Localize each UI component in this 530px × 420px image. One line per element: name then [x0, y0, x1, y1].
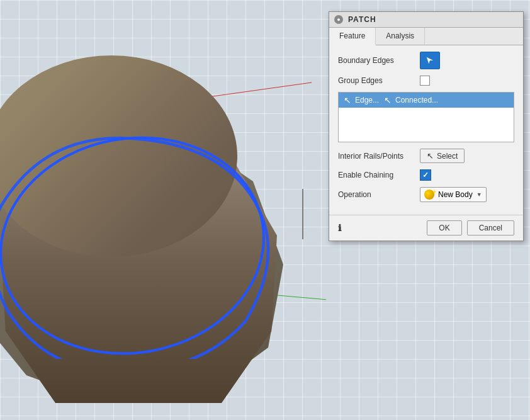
- tab-feature[interactable]: Feature: [329, 28, 376, 45]
- connected-cursor-icon: ↖: [384, 95, 392, 105]
- dialog-content: Boundary Edges Group Edges ↖ Edge...: [329, 45, 523, 215]
- operation-row: Operation New Body ▼: [338, 187, 514, 202]
- edge-item-text: Edge...: [355, 96, 379, 105]
- dialog-close-icon[interactable]: ●: [334, 15, 343, 24]
- boundary-edges-select-button[interactable]: [420, 52, 440, 69]
- interior-rails-label: Interior Rails/Points: [338, 152, 420, 161]
- group-edges-row: Group Edges: [338, 76, 514, 86]
- dropdown-arrow-icon: ▼: [476, 191, 482, 198]
- svg-marker-1: [427, 57, 434, 64]
- edge-connected-text: Connected...: [395, 96, 438, 105]
- viewport: ● PATCH Feature Analysis Boundary Edges …: [0, 0, 530, 420]
- dialog-titlebar: ● PATCH: [329, 12, 523, 28]
- tab-analysis[interactable]: Analysis: [376, 28, 425, 45]
- shape-edge-line: [302, 189, 303, 239]
- cancel-button[interactable]: Cancel: [467, 220, 514, 236]
- select-button-label: Select: [437, 152, 458, 161]
- edge-list: ↖ Edge... ↖ Connected...: [338, 92, 514, 142]
- enable-chaining-row: Enable Chaining: [338, 169, 514, 181]
- dialog-footer: ℹ OK Cancel: [329, 215, 523, 241]
- interior-rails-row: Interior Rails/Points ↖ Select: [338, 149, 514, 163]
- operation-value-text: New Body: [438, 190, 473, 199]
- operation-dropdown[interactable]: New Body ▼: [420, 187, 487, 202]
- dialog-tabs: Feature Analysis: [329, 28, 523, 45]
- boundary-edges-row: Boundary Edges: [338, 52, 514, 69]
- boundary-edges-label: Boundary Edges: [338, 56, 420, 65]
- group-edges-checkbox[interactable]: [420, 76, 430, 86]
- interior-rails-select-button[interactable]: ↖ Select: [420, 149, 465, 163]
- edge-list-empty-area: [339, 108, 514, 139]
- select-cursor-icon: ↖: [427, 151, 434, 161]
- svg-point-0: [0, 117, 281, 359]
- blue-boundary-outline: [0, 82, 308, 359]
- enable-chaining-label: Enable Chaining: [338, 171, 420, 179]
- enable-chaining-checkbox[interactable]: [420, 169, 431, 181]
- patch-dialog: ● PATCH Feature Analysis Boundary Edges …: [329, 11, 524, 241]
- new-body-icon: [424, 190, 434, 200]
- edge-list-item[interactable]: ↖ Edge... ↖ Connected...: [339, 93, 514, 108]
- cursor-icon: ↖: [344, 95, 351, 105]
- operation-label: Operation: [338, 190, 420, 199]
- ok-button[interactable]: OK: [427, 220, 461, 236]
- dialog-title: PATCH: [348, 15, 376, 24]
- info-icon[interactable]: ℹ: [338, 223, 422, 233]
- group-edges-label: Group Edges: [338, 76, 420, 85]
